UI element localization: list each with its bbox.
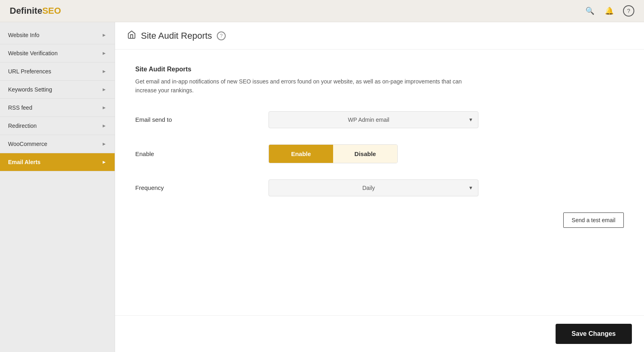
sidebar-item-label: Website Info [8, 32, 40, 38]
enable-button[interactable]: Enable [269, 145, 333, 163]
frequency-select[interactable]: Daily ▼ [269, 179, 478, 196]
frequency-control: Daily ▼ [269, 179, 478, 196]
enable-toggle-group: Enable Disable [269, 144, 398, 163]
app-logo: DefiniteSEO [10, 6, 61, 16]
chevron-right-icon: ► [102, 32, 107, 38]
sidebar-item-keywords-setting[interactable]: Keywords Setting ► [0, 81, 115, 99]
sidebar-item-website-info[interactable]: Website Info ► [0, 26, 115, 44]
page-title: Site Audit Reports [141, 31, 212, 41]
bell-icon[interactable]: 🔔 [604, 5, 615, 17]
email-send-to-value: WP Admin email [269, 112, 478, 128]
chevron-right-icon: ► [102, 69, 107, 74]
enable-label: Enable [135, 150, 256, 157]
email-send-to-row: Email send to WP Admin email ▼ [135, 111, 624, 128]
frequency-value: Daily [269, 180, 478, 196]
chevron-right-icon: ► [102, 159, 107, 165]
logo-definite: Definite [10, 6, 42, 16]
sidebar-item-redirection[interactable]: Redirection ► [0, 117, 115, 135]
section-title: Site Audit Reports [135, 66, 624, 73]
page-header: Site Audit Reports ? [115, 22, 644, 50]
home-icon[interactable] [127, 30, 136, 41]
sidebar-item-woocommerce[interactable]: WooCommerce ► [0, 135, 115, 153]
frequency-row: Frequency Daily ▼ [135, 179, 624, 196]
logo-seo: SEO [42, 6, 61, 16]
dropdown-arrow-icon: ▼ [468, 185, 473, 191]
content-area: Site Audit Reports ? Site Audit Reports … [115, 22, 644, 352]
email-send-to-select[interactable]: WP Admin email ▼ [269, 111, 478, 128]
header-icons: 🔍 🔔 ? [584, 5, 634, 17]
sidebar-item-email-alerts[interactable]: Email Alerts ► [0, 153, 115, 171]
sidebar-item-rss-feed[interactable]: RSS feed ► [0, 99, 115, 117]
sidebar-item-label: URL Preferences [8, 68, 51, 75]
sidebar-item-website-verification[interactable]: Website Verification ► [0, 44, 115, 62]
chevron-right-icon: ► [102, 87, 107, 92]
disable-button[interactable]: Disable [333, 145, 397, 163]
sidebar: Website Info ► Website Verification ► UR… [0, 22, 115, 352]
email-send-to-control: WP Admin email ▼ [269, 111, 478, 128]
sidebar-item-url-preferences[interactable]: URL Preferences ► [0, 62, 115, 81]
email-send-to-label: Email send to [135, 116, 256, 123]
test-email-row: Send a test email [135, 212, 624, 228]
chevron-right-icon: ► [102, 141, 107, 147]
page-help-icon[interactable]: ? [217, 31, 226, 40]
chevron-right-icon: ► [102, 105, 107, 110]
sidebar-item-label: Keywords Setting [8, 86, 52, 93]
sidebar-item-label: Redirection [8, 123, 37, 129]
dropdown-arrow-icon: ▼ [468, 117, 473, 123]
sidebar-item-label: RSS feed [8, 104, 32, 111]
sidebar-item-label: Email Alerts [8, 159, 40, 165]
section-desc: Get email and in-app notifications of ne… [135, 77, 478, 95]
frequency-label: Frequency [135, 184, 256, 191]
main-layout: Website Info ► Website Verification ► UR… [0, 22, 644, 352]
enable-row: Enable Enable Disable [135, 144, 624, 163]
app-header: DefiniteSEO 🔍 🔔 ? [0, 0, 644, 22]
chevron-right-icon: ► [102, 50, 107, 56]
chevron-right-icon: ► [102, 123, 107, 129]
form-content: Site Audit Reports Get email and in-app … [115, 50, 644, 315]
sidebar-item-label: WooCommerce [8, 141, 47, 147]
footer: Save Changes [115, 315, 644, 352]
enable-control: Enable Disable [269, 144, 478, 163]
save-changes-button[interactable]: Save Changes [556, 324, 632, 344]
help-icon[interactable]: ? [623, 5, 634, 17]
send-test-email-button[interactable]: Send a test email [563, 212, 624, 228]
search-icon[interactable]: 🔍 [584, 5, 596, 17]
sidebar-item-label: Website Verification [8, 50, 58, 56]
